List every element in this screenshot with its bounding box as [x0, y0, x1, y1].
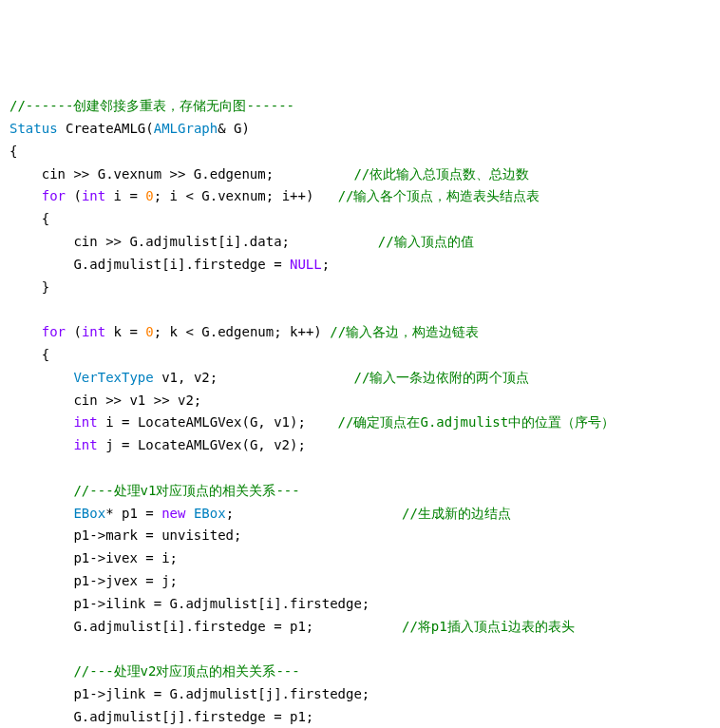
cond: ; i < G.vexnum; i++) [154, 188, 338, 203]
stmt: p1->jlink = G.adjmulist[j].firstedge; [9, 686, 369, 701]
paren: ( [66, 188, 82, 203]
stmt: p1->ilink = G.adjmulist[i].firstedge; [9, 596, 369, 611]
null: NULL [290, 257, 322, 272]
brace: { [9, 144, 17, 159]
indent [9, 483, 73, 498]
num: 0 [145, 188, 153, 203]
call: i = LocateAMLGVex(G, v1); [98, 414, 338, 430]
indent [9, 414, 73, 430]
kw-int: int [73, 437, 97, 452]
cond: ; k < G.edgenum; k++) [154, 324, 330, 339]
param: & G) [218, 121, 250, 136]
brace: { [9, 347, 49, 362]
code-block: //------创建邻接多重表，存储无向图------ Status Creat… [9, 95, 711, 728]
type: EBox [194, 506, 226, 521]
stmt: cin >> v1 >> v2; [9, 393, 201, 408]
stmt: cin >> G.vexnum >> G.edgenum; [9, 166, 353, 182]
func-sig: CreateAMLG( [58, 121, 154, 136]
param-type: AMLGraph [154, 121, 218, 136]
kw-new: new [161, 506, 185, 521]
comment: //输入顶点的值 [378, 234, 474, 249]
kw-for: for [42, 324, 66, 339]
comment: //将p1插入顶点i边表的表头 [402, 619, 575, 634]
comment: //输入一条边依附的两个顶点 [353, 370, 529, 385]
kw-int: int [73, 414, 97, 430]
semi: ; [226, 506, 402, 521]
indent [9, 663, 73, 679]
comment: //输入各边，构造边链表 [330, 324, 479, 339]
stmt: G.adjmulist[j].firstedge = p1; [9, 709, 313, 724]
num: 0 [145, 324, 153, 339]
comment: //------创建邻接多重表，存储无向图------ [9, 98, 294, 113]
comment: //依此输入总顶点数、总边数 [353, 166, 529, 182]
var: k = [105, 324, 145, 339]
semi: ; [322, 257, 330, 272]
stmt: p1->mark = unvisited; [9, 527, 241, 543]
comment: //输入各个顶点，构造表头结点表 [338, 188, 540, 203]
sp [185, 506, 193, 521]
return-type: Status [9, 121, 58, 136]
indent [9, 370, 73, 385]
paren: ( [66, 324, 82, 339]
call: j = LocateAMLGVex(G, v2); [98, 437, 306, 452]
comment: //确定顶点在G.adjmulist中的位置（序号） [338, 414, 616, 430]
comment: //---处理v2对应顶点的相关关系--- [73, 663, 299, 679]
stmt: cin >> G.adjmulist[i].data; [9, 234, 378, 249]
indent [9, 324, 42, 339]
brace: { [9, 211, 49, 226]
stmt: p1->jvex = j; [9, 573, 178, 588]
kw-for: for [42, 188, 66, 203]
kw-int: int [82, 324, 105, 339]
comment: //---处理v1对应顶点的相关关系--- [73, 483, 299, 498]
ptr: * p1 = [105, 506, 161, 521]
var: i = [105, 188, 145, 203]
stmt: G.adjmulist[i].firstedge = p1; [9, 619, 402, 634]
stmt: G.adjmulist[i].firstedge = [9, 257, 290, 272]
brace: } [9, 279, 49, 295]
indent [9, 437, 73, 452]
comment: //生成新的边结点 [402, 506, 511, 521]
stmt: p1->ivex = i; [9, 550, 178, 565]
type: VerTexType [73, 370, 153, 385]
indent [9, 506, 73, 521]
indent [9, 188, 42, 203]
kw-int: int [82, 188, 105, 203]
type: EBox [73, 506, 105, 521]
vars: v1, v2; [154, 370, 354, 385]
